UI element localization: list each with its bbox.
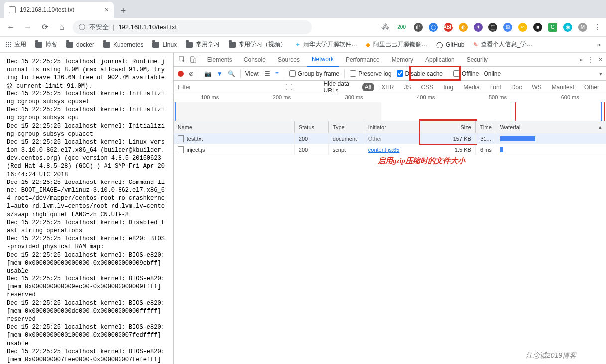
status-badge: 200 xyxy=(395,24,408,30)
tab-sources[interactable]: Sources xyxy=(273,53,305,66)
inspect-icon[interactable] xyxy=(178,55,187,64)
ext-icon-4[interactable]: ◐ xyxy=(459,23,468,32)
filter-all[interactable]: All xyxy=(362,83,374,91)
watermark: 江念诚2019博客 xyxy=(526,351,576,360)
table-row[interactable]: test.txt200documentOther157 KB31… xyxy=(174,133,606,144)
devtools-menu-icon[interactable]: ⋮ xyxy=(588,56,594,63)
tab-performance[interactable]: Performance xyxy=(341,53,385,66)
tab-console[interactable]: Console xyxy=(239,53,271,66)
svg-rect-2 xyxy=(194,59,196,63)
ext-icon-9[interactable]: ■ xyxy=(533,23,542,32)
folder-icon xyxy=(35,42,42,48)
bookmark-folder[interactable]: 常用学习（视频） xyxy=(229,40,286,49)
device-icon[interactable] xyxy=(189,55,198,64)
col-type[interactable]: Type xyxy=(329,121,364,133)
bookmark-folder[interactable]: docker xyxy=(66,41,94,48)
home-button[interactable]: ⌂ xyxy=(56,21,68,33)
menu-icon[interactable]: ⋮ xyxy=(593,22,601,32)
tab-network[interactable]: Network xyxy=(307,53,339,67)
new-tab-button[interactable]: + xyxy=(117,4,130,18)
ext-icon-12[interactable]: M xyxy=(578,23,587,32)
view-list-icon[interactable]: ☰ xyxy=(265,70,270,77)
browser-tab[interactable]: 192.168.1.10/test.txt × xyxy=(4,2,114,18)
url-field[interactable]: ⓘ 不安全 | 192.168.1.10/test.txt xyxy=(73,20,312,34)
back-button[interactable]: ← xyxy=(5,21,17,33)
filter-css[interactable]: CSS xyxy=(418,83,437,91)
close-devtools-icon[interactable]: × xyxy=(599,56,602,63)
preserve-log-checkbox[interactable]: Preserve log xyxy=(350,70,391,77)
tab-memory[interactable]: Memory xyxy=(387,53,418,66)
bookmark-link[interactable]: ✎查看个人信息_学… xyxy=(473,40,532,49)
bookmark-folder[interactable]: Kubernetes xyxy=(103,41,143,48)
filter-other[interactable]: Other xyxy=(581,83,602,91)
ext-icon-2[interactable]: ◯ xyxy=(429,23,438,32)
tab-elements[interactable]: Elements xyxy=(202,53,237,66)
online-select[interactable]: Online xyxy=(484,70,501,77)
camera-icon[interactable]: 📷 xyxy=(204,70,212,77)
view-large-icon[interactable]: ≡ xyxy=(275,70,279,77)
sort-arrow-icon: ▴ xyxy=(599,124,602,130)
record-button[interactable] xyxy=(178,71,184,77)
translate-icon[interactable]: ⁂ xyxy=(381,22,389,32)
bookmark-folder[interactable]: Linux xyxy=(152,41,177,48)
filter-xhr[interactable]: XHR xyxy=(378,83,397,91)
bookmark-link[interactable]: ◯GitHub xyxy=(436,41,464,48)
ext-icon-7[interactable]: ⊞ xyxy=(503,23,512,32)
filter-ws[interactable]: WS xyxy=(529,83,544,91)
col-size[interactable]: Size xyxy=(419,121,476,133)
ext-icon-10[interactable]: G xyxy=(548,23,557,32)
col-initiator[interactable]: Initiator xyxy=(364,121,419,133)
page-content[interactable]: Dec 15 22:25:25 localhost journal: Runti… xyxy=(0,53,173,364)
link-icon: ◆ xyxy=(366,41,370,48)
folder-icon xyxy=(152,42,159,48)
filter-doc[interactable]: Doc xyxy=(508,83,525,91)
table-row[interactable]: inject.js200scriptcontent.js:651.5 KB6 m… xyxy=(174,144,606,155)
col-name[interactable]: Name xyxy=(174,121,295,133)
network-timeline[interactable]: 100 ms 200 ms 300 ms 400 ms 500 ms 600 m… xyxy=(174,93,606,121)
apps-button[interactable]: 应用 xyxy=(6,40,26,49)
tab-application[interactable]: Application xyxy=(420,53,460,66)
forward-button[interactable]: → xyxy=(22,21,34,33)
group-by-frame-checkbox[interactable]: Group by frame xyxy=(289,70,339,77)
ext-icon-11[interactable]: ◉ xyxy=(563,23,572,32)
ext-icon-1[interactable]: iP xyxy=(414,23,423,32)
tab-security[interactable]: Security xyxy=(462,53,493,66)
file-icon xyxy=(178,135,184,142)
filter-manifest[interactable]: Manifest xyxy=(549,83,577,91)
bookmarks-overflow[interactable]: » xyxy=(597,41,600,48)
filter-js[interactable]: JS xyxy=(401,83,414,91)
bookmark-link[interactable]: ◆阿里巴巴开源镜像… xyxy=(366,40,427,49)
filter-img[interactable]: Img xyxy=(440,83,456,91)
clear-icon[interactable]: ⊘ xyxy=(189,70,194,77)
devtools-panel: Elements Console Sources Network Perform… xyxy=(173,53,606,364)
close-tab-icon[interactable]: × xyxy=(105,6,109,14)
bookmark-link[interactable]: ✦清华大学开源软件… xyxy=(295,40,357,49)
ext-icon-6[interactable]: ⬚ xyxy=(488,23,497,32)
filter-input[interactable] xyxy=(178,84,252,91)
initiator-link[interactable]: content.js:65 xyxy=(368,147,399,153)
bookmark-folder[interactable]: 常用学习 xyxy=(186,40,220,49)
col-waterfall[interactable]: Waterfall▴ xyxy=(496,121,606,133)
table-empty-area[interactable]: 启用gzip压缩时的文件大小 xyxy=(174,155,606,364)
disable-cache-checkbox[interactable]: Disable cache xyxy=(397,70,443,77)
search-icon[interactable]: 🔍 xyxy=(228,70,235,77)
filter-media[interactable]: Media xyxy=(460,83,483,91)
ext-icon-3[interactable]: ABP xyxy=(444,23,453,32)
ext-icon-8[interactable]: ∞ xyxy=(518,23,527,32)
bookmark-folder[interactable]: 博客 xyxy=(35,40,57,49)
waterfall-bar xyxy=(500,147,503,152)
filter-icon[interactable]: ▼ xyxy=(217,70,223,77)
folder-icon xyxy=(186,42,193,48)
reload-button[interactable]: ⟳ xyxy=(39,21,51,33)
offline-checkbox[interactable]: Offline xyxy=(453,70,479,77)
info-icon[interactable]: ⓘ xyxy=(79,23,85,32)
filter-font[interactable]: Font xyxy=(486,83,504,91)
dropdown-icon[interactable]: ▾ xyxy=(599,70,602,77)
more-tabs-icon[interactable]: » xyxy=(579,56,583,63)
file-icon xyxy=(178,146,184,153)
col-status[interactable]: Status xyxy=(295,121,329,133)
ext-icon-5[interactable]: ✦ xyxy=(474,23,483,32)
hide-data-urls-checkbox[interactable]: Hide data URLs xyxy=(256,80,358,94)
col-time[interactable]: Time xyxy=(476,121,496,133)
annotation-text: 启用gzip压缩时的文件大小 xyxy=(378,156,465,166)
